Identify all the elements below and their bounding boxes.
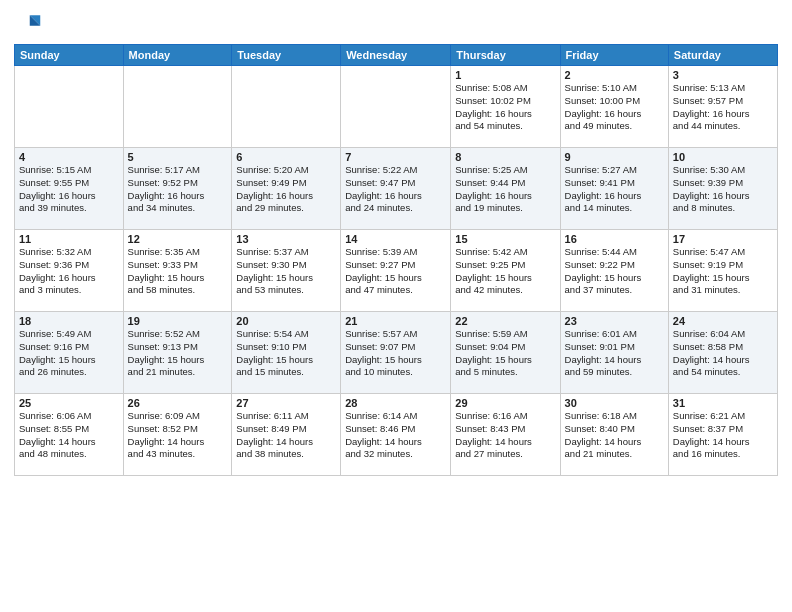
cell-info: Sunrise: 5:15 AM Sunset: 9:55 PM Dayligh… bbox=[19, 164, 119, 215]
cell-info: Sunrise: 5:25 AM Sunset: 9:44 PM Dayligh… bbox=[455, 164, 555, 215]
cell-info: Sunrise: 5:59 AM Sunset: 9:04 PM Dayligh… bbox=[455, 328, 555, 379]
day-number: 14 bbox=[345, 233, 446, 245]
cell-2-3: 14Sunrise: 5:39 AM Sunset: 9:27 PM Dayli… bbox=[341, 230, 451, 312]
weekday-header-monday: Monday bbox=[123, 45, 232, 66]
cell-1-5: 9Sunrise: 5:27 AM Sunset: 9:41 PM Daylig… bbox=[560, 148, 668, 230]
cell-info: Sunrise: 5:37 AM Sunset: 9:30 PM Dayligh… bbox=[236, 246, 336, 297]
weekday-header-thursday: Thursday bbox=[451, 45, 560, 66]
day-number: 4 bbox=[19, 151, 119, 163]
cell-info: Sunrise: 6:01 AM Sunset: 9:01 PM Dayligh… bbox=[565, 328, 664, 379]
cell-info: Sunrise: 5:22 AM Sunset: 9:47 PM Dayligh… bbox=[345, 164, 446, 215]
day-number: 2 bbox=[565, 69, 664, 81]
cell-1-6: 10Sunrise: 5:30 AM Sunset: 9:39 PM Dayli… bbox=[668, 148, 777, 230]
cell-3-6: 24Sunrise: 6:04 AM Sunset: 8:58 PM Dayli… bbox=[668, 312, 777, 394]
cell-0-4: 1Sunrise: 5:08 AM Sunset: 10:02 PM Dayli… bbox=[451, 66, 560, 148]
day-number: 1 bbox=[455, 69, 555, 81]
page: SundayMondayTuesdayWednesdayThursdayFrid… bbox=[0, 0, 792, 612]
cell-info: Sunrise: 5:10 AM Sunset: 10:00 PM Daylig… bbox=[565, 82, 664, 133]
cell-info: Sunrise: 5:42 AM Sunset: 9:25 PM Dayligh… bbox=[455, 246, 555, 297]
day-number: 21 bbox=[345, 315, 446, 327]
cell-1-1: 5Sunrise: 5:17 AM Sunset: 9:52 PM Daylig… bbox=[123, 148, 232, 230]
day-number: 23 bbox=[565, 315, 664, 327]
cell-4-4: 29Sunrise: 6:16 AM Sunset: 8:43 PM Dayli… bbox=[451, 394, 560, 476]
cell-info: Sunrise: 5:57 AM Sunset: 9:07 PM Dayligh… bbox=[345, 328, 446, 379]
day-number: 17 bbox=[673, 233, 773, 245]
day-number: 5 bbox=[128, 151, 228, 163]
day-number: 25 bbox=[19, 397, 119, 409]
cell-3-1: 19Sunrise: 5:52 AM Sunset: 9:13 PM Dayli… bbox=[123, 312, 232, 394]
day-number: 18 bbox=[19, 315, 119, 327]
cell-4-5: 30Sunrise: 6:18 AM Sunset: 8:40 PM Dayli… bbox=[560, 394, 668, 476]
cell-2-4: 15Sunrise: 5:42 AM Sunset: 9:25 PM Dayli… bbox=[451, 230, 560, 312]
logo-icon bbox=[14, 10, 42, 38]
weekday-header-sunday: Sunday bbox=[15, 45, 124, 66]
cell-info: Sunrise: 6:16 AM Sunset: 8:43 PM Dayligh… bbox=[455, 410, 555, 461]
cell-info: Sunrise: 6:18 AM Sunset: 8:40 PM Dayligh… bbox=[565, 410, 664, 461]
cell-3-3: 21Sunrise: 5:57 AM Sunset: 9:07 PM Dayli… bbox=[341, 312, 451, 394]
cell-info: Sunrise: 5:17 AM Sunset: 9:52 PM Dayligh… bbox=[128, 164, 228, 215]
day-number: 22 bbox=[455, 315, 555, 327]
week-row-3: 18Sunrise: 5:49 AM Sunset: 9:16 PM Dayli… bbox=[15, 312, 778, 394]
cell-0-5: 2Sunrise: 5:10 AM Sunset: 10:00 PM Dayli… bbox=[560, 66, 668, 148]
cell-info: Sunrise: 5:54 AM Sunset: 9:10 PM Dayligh… bbox=[236, 328, 336, 379]
cell-info: Sunrise: 5:35 AM Sunset: 9:33 PM Dayligh… bbox=[128, 246, 228, 297]
weekday-header-saturday: Saturday bbox=[668, 45, 777, 66]
day-number: 10 bbox=[673, 151, 773, 163]
cell-4-6: 31Sunrise: 6:21 AM Sunset: 8:37 PM Dayli… bbox=[668, 394, 777, 476]
day-number: 6 bbox=[236, 151, 336, 163]
day-number: 26 bbox=[128, 397, 228, 409]
day-number: 11 bbox=[19, 233, 119, 245]
cell-2-5: 16Sunrise: 5:44 AM Sunset: 9:22 PM Dayli… bbox=[560, 230, 668, 312]
day-number: 19 bbox=[128, 315, 228, 327]
day-number: 16 bbox=[565, 233, 664, 245]
cell-info: Sunrise: 5:30 AM Sunset: 9:39 PM Dayligh… bbox=[673, 164, 773, 215]
cell-info: Sunrise: 5:08 AM Sunset: 10:02 PM Daylig… bbox=[455, 82, 555, 133]
cell-info: Sunrise: 5:20 AM Sunset: 9:49 PM Dayligh… bbox=[236, 164, 336, 215]
calendar: SundayMondayTuesdayWednesdayThursdayFrid… bbox=[14, 44, 778, 476]
cell-4-2: 27Sunrise: 6:11 AM Sunset: 8:49 PM Dayli… bbox=[232, 394, 341, 476]
day-number: 24 bbox=[673, 315, 773, 327]
cell-info: Sunrise: 5:49 AM Sunset: 9:16 PM Dayligh… bbox=[19, 328, 119, 379]
cell-0-1 bbox=[123, 66, 232, 148]
cell-1-0: 4Sunrise: 5:15 AM Sunset: 9:55 PM Daylig… bbox=[15, 148, 124, 230]
cell-2-6: 17Sunrise: 5:47 AM Sunset: 9:19 PM Dayli… bbox=[668, 230, 777, 312]
cell-info: Sunrise: 6:21 AM Sunset: 8:37 PM Dayligh… bbox=[673, 410, 773, 461]
cell-info: Sunrise: 6:11 AM Sunset: 8:49 PM Dayligh… bbox=[236, 410, 336, 461]
day-number: 3 bbox=[673, 69, 773, 81]
cell-0-3 bbox=[341, 66, 451, 148]
cell-info: Sunrise: 5:44 AM Sunset: 9:22 PM Dayligh… bbox=[565, 246, 664, 297]
day-number: 12 bbox=[128, 233, 228, 245]
week-row-4: 25Sunrise: 6:06 AM Sunset: 8:55 PM Dayli… bbox=[15, 394, 778, 476]
day-number: 29 bbox=[455, 397, 555, 409]
cell-1-3: 7Sunrise: 5:22 AM Sunset: 9:47 PM Daylig… bbox=[341, 148, 451, 230]
day-number: 7 bbox=[345, 151, 446, 163]
day-number: 27 bbox=[236, 397, 336, 409]
cell-info: Sunrise: 5:52 AM Sunset: 9:13 PM Dayligh… bbox=[128, 328, 228, 379]
day-number: 20 bbox=[236, 315, 336, 327]
week-row-2: 11Sunrise: 5:32 AM Sunset: 9:36 PM Dayli… bbox=[15, 230, 778, 312]
cell-info: Sunrise: 6:06 AM Sunset: 8:55 PM Dayligh… bbox=[19, 410, 119, 461]
cell-0-2 bbox=[232, 66, 341, 148]
cell-info: Sunrise: 6:14 AM Sunset: 8:46 PM Dayligh… bbox=[345, 410, 446, 461]
header bbox=[14, 10, 778, 38]
cell-4-3: 28Sunrise: 6:14 AM Sunset: 8:46 PM Dayli… bbox=[341, 394, 451, 476]
cell-0-0 bbox=[15, 66, 124, 148]
day-number: 30 bbox=[565, 397, 664, 409]
week-row-0: 1Sunrise: 5:08 AM Sunset: 10:02 PM Dayli… bbox=[15, 66, 778, 148]
cell-3-4: 22Sunrise: 5:59 AM Sunset: 9:04 PM Dayli… bbox=[451, 312, 560, 394]
week-row-1: 4Sunrise: 5:15 AM Sunset: 9:55 PM Daylig… bbox=[15, 148, 778, 230]
day-number: 15 bbox=[455, 233, 555, 245]
cell-info: Sunrise: 5:47 AM Sunset: 9:19 PM Dayligh… bbox=[673, 246, 773, 297]
cell-2-1: 12Sunrise: 5:35 AM Sunset: 9:33 PM Dayli… bbox=[123, 230, 232, 312]
weekday-header-row: SundayMondayTuesdayWednesdayThursdayFrid… bbox=[15, 45, 778, 66]
cell-info: Sunrise: 5:39 AM Sunset: 9:27 PM Dayligh… bbox=[345, 246, 446, 297]
day-number: 31 bbox=[673, 397, 773, 409]
cell-2-2: 13Sunrise: 5:37 AM Sunset: 9:30 PM Dayli… bbox=[232, 230, 341, 312]
day-number: 13 bbox=[236, 233, 336, 245]
weekday-header-friday: Friday bbox=[560, 45, 668, 66]
day-number: 8 bbox=[455, 151, 555, 163]
day-number: 28 bbox=[345, 397, 446, 409]
cell-1-4: 8Sunrise: 5:25 AM Sunset: 9:44 PM Daylig… bbox=[451, 148, 560, 230]
cell-info: Sunrise: 5:27 AM Sunset: 9:41 PM Dayligh… bbox=[565, 164, 664, 215]
logo bbox=[14, 10, 46, 38]
